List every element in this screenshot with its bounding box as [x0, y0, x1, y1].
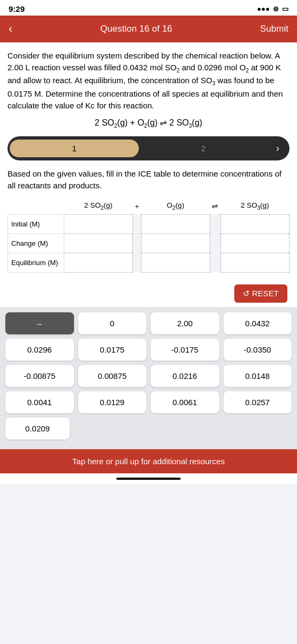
- ice-header-so2: 2 SO2(g): [64, 198, 132, 214]
- keypad-row-5: 0.0209: [5, 418, 292, 440]
- reset-button[interactable]: ↺ RESET: [234, 284, 287, 303]
- table-row: Change (M): [8, 233, 289, 253]
- change-so2-input[interactable]: [64, 233, 132, 253]
- keypad-btn-0.0216[interactable]: 0.0216: [151, 365, 219, 387]
- question-progress: Question 16 of 16: [100, 24, 172, 34]
- instruction-text: Based on the given values, fill in the I…: [8, 168, 289, 192]
- keypad-row-1: – 0 2.00 0.0432: [5, 312, 292, 334]
- main-content: Consider the equilibrium system describe…: [0, 42, 297, 307]
- question-text: Consider the equilibrium system describe…: [8, 50, 289, 111]
- keypad-btn-0.0432[interactable]: 0.0432: [224, 312, 292, 334]
- ice-header-o2: O2(g): [141, 198, 210, 214]
- keypad-btn-0.0257[interactable]: 0.0257: [224, 391, 292, 413]
- keypad: – 0 2.00 0.0432 0.0296 0.0175 -0.0175 -0…: [0, 307, 297, 449]
- keypad-btn-0.0209[interactable]: 0.0209: [5, 418, 70, 440]
- keypad-btn-2.00[interactable]: 2.00: [151, 312, 219, 334]
- equil-so2-input[interactable]: [64, 253, 132, 272]
- submit-button[interactable]: Submit: [260, 24, 288, 34]
- keypad-btn-0.0148[interactable]: 0.0148: [224, 365, 292, 387]
- wifi-icon: ⊜: [273, 5, 279, 13]
- change-o2-input[interactable]: [141, 233, 210, 253]
- next-step-button[interactable]: ›: [268, 138, 287, 158]
- tab-step2[interactable]: 2: [139, 140, 268, 157]
- keypad-btn-0.0296[interactable]: 0.0296: [5, 339, 74, 361]
- signal-icon: ●●●: [257, 5, 270, 13]
- table-row: Equilibrium (M): [8, 253, 289, 272]
- home-bar: [116, 478, 181, 480]
- reset-container: ↺ RESET: [8, 280, 289, 307]
- ice-header-so3: 2 SO3(g): [220, 198, 289, 214]
- ice-table: 2 SO2(g) + O2(g) ⇌ 2 SO3(g) Initial (M): [8, 198, 289, 273]
- tab-step1[interactable]: 1: [10, 140, 139, 157]
- change-so3-input[interactable]: [220, 233, 289, 253]
- keypad-row-4: 0.0041 0.0129 0.0061 0.0257: [5, 391, 292, 413]
- bottom-bar[interactable]: Tap here or pull up for additional resou…: [0, 449, 297, 473]
- keypad-btn-0.0061[interactable]: 0.0061: [151, 391, 219, 413]
- equil-so3-input[interactable]: [220, 253, 289, 272]
- initial-o2-input[interactable]: [141, 214, 210, 233]
- row-label-equilibrium: Equilibrium (M): [8, 253, 64, 272]
- keypad-row-3: -0.00875 0.00875 0.0216 0.0148: [5, 365, 292, 387]
- chemical-equation: 2 SO2(g) + O2(g) ⇌ 2 SO3(g): [8, 118, 289, 129]
- keypad-btn-minus[interactable]: –: [5, 312, 74, 334]
- keypad-btn-neg0.00875[interactable]: -0.00875: [5, 365, 74, 387]
- row-label-initial: Initial (M): [8, 214, 64, 233]
- ice-header-plus: +: [132, 198, 141, 214]
- keypad-btn-neg0.0350[interactable]: -0.0350: [224, 339, 292, 361]
- ice-table-container: 2 SO2(g) + O2(g) ⇌ 2 SO3(g) Initial (M): [8, 198, 289, 273]
- row-label-change: Change (M): [8, 233, 64, 253]
- step-tabs: 1 2 ›: [8, 136, 289, 160]
- keypad-btn-0.00875[interactable]: 0.00875: [78, 365, 147, 387]
- home-indicator: [0, 473, 297, 484]
- keypad-btn-0.0129[interactable]: 0.0129: [78, 391, 147, 413]
- ice-header-eq: ⇌: [210, 198, 220, 214]
- status-icons: ●●● ⊜ ▭: [257, 5, 288, 13]
- battery-icon: ▭: [282, 5, 288, 13]
- header: ‹ Question 16 of 16 Submit: [0, 16, 297, 42]
- initial-so2-input[interactable]: [64, 214, 132, 233]
- keypad-btn-neg0.0175[interactable]: -0.0175: [151, 339, 219, 361]
- time: 9:29: [9, 4, 25, 13]
- equil-o2-input[interactable]: [141, 253, 210, 272]
- keypad-btn-0.0041[interactable]: 0.0041: [5, 391, 74, 413]
- initial-so3-input[interactable]: [220, 214, 289, 233]
- keypad-btn-0.0175[interactable]: 0.0175: [78, 339, 147, 361]
- back-button[interactable]: ‹: [9, 22, 12, 36]
- table-row: Initial (M): [8, 214, 289, 233]
- keypad-row-2: 0.0296 0.0175 -0.0175 -0.0350: [5, 339, 292, 361]
- status-bar: 9:29 ●●● ⊜ ▭: [0, 0, 297, 16]
- keypad-btn-0[interactable]: 0: [78, 312, 147, 334]
